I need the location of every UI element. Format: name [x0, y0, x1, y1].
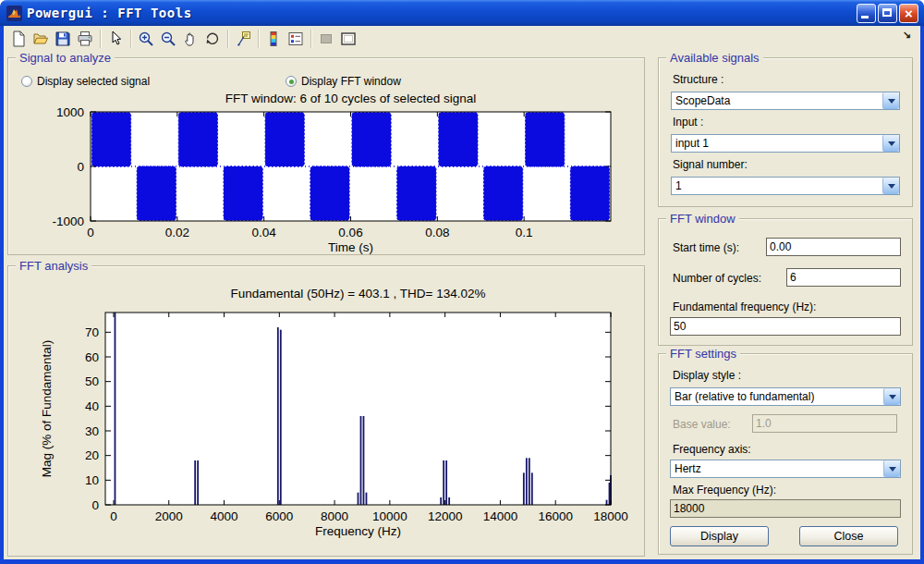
svg-text:-1000: -1000 [52, 215, 84, 228]
insert-colorbar-icon[interactable] [262, 28, 285, 49]
signal-number-label: Signal number: [673, 158, 748, 171]
svg-text:1000: 1000 [56, 105, 84, 119]
svg-text:0: 0 [77, 160, 84, 174]
fft-window-plot: FFT window: 6 of 10 cycles of selected s… [8, 58, 644, 254]
window-title: Powergui : FFT Tools [27, 6, 192, 20]
structure-value: ScopeData [672, 92, 882, 109]
svg-text:40: 40 [85, 399, 99, 413]
toolbar-separator [130, 30, 131, 48]
svg-text:4000: 4000 [211, 509, 238, 523]
input-value: input 1 [672, 135, 882, 152]
pointer-icon[interactable] [104, 28, 127, 49]
chevron-down-icon [882, 135, 899, 152]
group-label: Available signals [666, 51, 763, 65]
max-frequency-label: Max Frequency (Hz): [673, 484, 776, 497]
zoom-in-icon[interactable] [135, 28, 157, 49]
start-time-input[interactable] [766, 238, 901, 256]
insert-legend-icon[interactable] [285, 28, 307, 49]
frequency-axis-label: Frequency axis: [673, 443, 751, 456]
svg-text:50: 50 [85, 374, 99, 388]
svg-text:Mag (% of Fundamental): Mag (% of Fundamental) [40, 340, 54, 478]
structure-label: Structure : [673, 73, 723, 86]
pan-hand-icon[interactable] [179, 28, 201, 49]
frequency-axis-value: Hertz [671, 460, 883, 477]
signal-to-analyze-group: Signal to analyze Display selected signa… [7, 57, 645, 255]
base-value-label: Base value: [673, 418, 731, 431]
fundamental-frequency-input[interactable] [670, 317, 901, 336]
signal-number-value: 1 [672, 178, 882, 194]
svg-text:20: 20 [85, 448, 99, 462]
svg-text:10: 10 [85, 473, 99, 487]
base-value-input [752, 414, 897, 433]
show-plot-tools-icon[interactable] [337, 28, 359, 49]
group-label: FFT window [666, 212, 739, 226]
frequency-axis-dropdown[interactable]: Hertz [670, 460, 901, 478]
max-frequency-input[interactable] [670, 499, 901, 518]
toolbar-separator [227, 30, 228, 48]
available-signals-group: Available signals Structure : ScopeData … [658, 57, 913, 207]
chevron-down-icon [883, 460, 900, 477]
toolbar-separator [258, 30, 259, 48]
svg-text:18000: 18000 [593, 509, 628, 523]
input-dropdown[interactable]: input 1 [671, 134, 900, 153]
svg-text:8000: 8000 [321, 509, 348, 523]
chevron-down-icon [883, 388, 900, 405]
svg-text:FFT window: 6 of 10 cycles of: FFT window: 6 of 10 cycles of selected s… [225, 92, 476, 105]
display-style-dropdown[interactable]: Bar (relative to fundamental) [670, 387, 901, 406]
svg-text:0: 0 [87, 226, 94, 239]
chevron-down-icon [882, 178, 899, 194]
group-label: FFT settings [666, 347, 740, 361]
svg-text:0.06: 0.06 [338, 226, 362, 239]
svg-text:70: 70 [85, 325, 99, 339]
new-file-icon[interactable] [7, 28, 30, 49]
toolbar-separator [100, 30, 101, 48]
display-button[interactable]: Display [670, 526, 769, 546]
fft-spectrum-plot: Fundamental (50Hz) = 403.1 , THD= 134.02… [8, 266, 644, 556]
svg-text:0: 0 [110, 509, 117, 523]
fft-analysis-group: FFT analysis Fundamental (50Hz) = 403.1 … [7, 265, 645, 557]
close-icon[interactable]: × [899, 4, 918, 23]
toolbar: ↘ [4, 26, 920, 51]
title-bar[interactable]: Powergui : FFT Tools × [0, 0, 924, 26]
signal-number-dropdown[interactable]: 1 [671, 177, 900, 195]
svg-text:14000: 14000 [483, 509, 518, 523]
hide-plot-tools-icon [315, 28, 337, 49]
svg-text:0.04: 0.04 [252, 226, 277, 239]
open-file-icon[interactable] [30, 28, 52, 49]
svg-text:0.1: 0.1 [516, 226, 533, 239]
maximize-button[interactable] [878, 4, 897, 23]
svg-text:6000: 6000 [265, 509, 293, 523]
display-style-label: Display style : [673, 369, 741, 382]
toolbar-separator [310, 30, 311, 48]
svg-text:0.08: 0.08 [425, 226, 449, 239]
svg-text:12000: 12000 [428, 509, 463, 523]
fundamental-frequency-label: Fundamental frequency (Hz): [673, 300, 816, 313]
number-of-cycles-input[interactable] [786, 268, 901, 287]
svg-text:Fundamental (50Hz) = 403.1 , T: Fundamental (50Hz) = 403.1 , THD= 134.02… [231, 287, 486, 300]
save-icon[interactable] [52, 28, 74, 49]
rotate-3d-icon[interactable] [201, 28, 224, 49]
svg-text:16000: 16000 [538, 509, 573, 523]
toolbar-overflow-icon[interactable]: ↘ [903, 29, 911, 41]
print-icon[interactable] [74, 28, 96, 49]
input-label: Input : [673, 116, 703, 129]
zoom-out-icon[interactable] [157, 28, 179, 49]
svg-text:30: 30 [85, 424, 99, 438]
svg-text:0: 0 [91, 498, 99, 512]
svg-text:10000: 10000 [372, 509, 407, 523]
fft-settings-group: FFT settings Display style : Bar (relati… [658, 353, 913, 555]
minimize-button[interactable] [857, 4, 876, 23]
svg-text:0.02: 0.02 [165, 226, 189, 239]
fft-window-group: FFT window Start time (s): Number of cyc… [658, 218, 913, 346]
display-style-value: Bar (relative to fundamental) [671, 388, 883, 405]
svg-text:Time (s): Time (s) [328, 240, 373, 254]
chevron-down-icon [882, 92, 899, 109]
close-button[interactable]: Close [799, 526, 898, 546]
svg-text:2000: 2000 [155, 509, 183, 523]
structure-dropdown[interactable]: ScopeData [671, 92, 900, 110]
data-cursor-icon[interactable] [232, 28, 254, 49]
powergui-fft-tools-window: Powergui : FFT Tools × [0, 0, 924, 564]
number-of-cycles-label: Number of cycles: [673, 272, 761, 285]
start-time-label: Start time (s): [673, 241, 739, 254]
matlab-icon [6, 6, 22, 21]
